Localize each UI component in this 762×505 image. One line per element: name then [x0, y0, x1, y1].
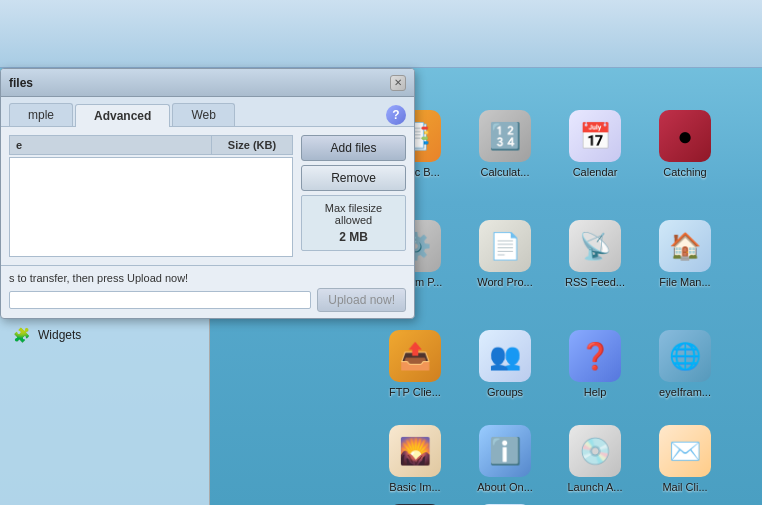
file-list-area: e Size (KB): [9, 135, 293, 257]
dialog-title: files: [9, 76, 33, 90]
desktop-icon-abouton[interactable]: ℹ️About On...: [460, 420, 550, 499]
icon-label: Launch A...: [567, 481, 622, 494]
desktop-icon-ftpclie[interactable]: 📤FTP Clie...: [370, 310, 460, 420]
desktop-icon-wordpro[interactable]: 📄Word Pro...: [460, 200, 550, 310]
dialog-body: e Size (KB) Add files Remove Max filesiz…: [1, 127, 414, 265]
icon-label: Calendar: [573, 166, 618, 179]
desktop-icons-grid: 📑Public B...🔢Calculat...📅Calendar●Catchi…: [360, 80, 762, 505]
icon-label: About On...: [477, 481, 533, 494]
desktop-icon-launcha[interactable]: 💿Launch A...: [550, 420, 640, 499]
remove-button[interactable]: Remove: [301, 165, 406, 191]
icon-label: Mail Cli...: [662, 481, 707, 494]
icon-image: ❓: [569, 330, 621, 382]
icon-label: Calculat...: [481, 166, 530, 179]
icon-image: 🌐: [659, 330, 711, 382]
desktop-icon-catching[interactable]: ●Catching: [640, 90, 730, 200]
dialog-close-button[interactable]: ✕: [390, 75, 406, 91]
file-list-header: e Size (KB): [9, 135, 293, 155]
sidebar-label: Widgets: [38, 328, 81, 342]
sidebar-item-widgets[interactable]: 🧩Widgets: [0, 318, 209, 352]
icon-label: RSS Feed...: [565, 276, 625, 289]
topbar: [0, 0, 762, 68]
icon-label: Basic Im...: [389, 481, 440, 494]
icon-image: 👥: [479, 330, 531, 382]
upload-dialog: files ✕ mple Advanced Web ? e Size (KB) …: [0, 68, 415, 319]
desktop-icon-help[interactable]: ❓Help: [550, 310, 640, 420]
desktop-icon-calendar[interactable]: 📅Calendar: [550, 90, 640, 200]
icon-label: Word Pro...: [477, 276, 532, 289]
desktop-icon-rssfeed[interactable]: 📡RSS Feed...: [550, 200, 640, 310]
col-name: e: [10, 136, 212, 154]
icon-image: ✉️: [659, 425, 711, 477]
icon-label: Groups: [487, 386, 523, 399]
icon-image: ℹ️: [479, 425, 531, 477]
desktop-icon-mediapl[interactable]: 🎵Media Pl...: [370, 499, 460, 505]
status-text: s to transfer, then press Upload now!: [9, 272, 406, 284]
desktop-icon-fileman[interactable]: 🏠File Man...: [640, 200, 730, 310]
max-size-box: Max filesize allowed 2 MB: [301, 195, 406, 251]
dialog-titlebar: files ✕: [1, 69, 414, 97]
icon-image: 🏠: [659, 220, 711, 272]
tab-web[interactable]: Web: [172, 103, 234, 126]
help-button[interactable]: ?: [386, 105, 406, 125]
icon-label: File Man...: [659, 276, 710, 289]
desktop-icon-eyeifram[interactable]: 🌐eyeIfram...: [640, 310, 730, 420]
desktop-icon-groups[interactable]: 👥Groups: [460, 310, 550, 420]
tab-advanced[interactable]: Advanced: [75, 104, 170, 127]
tab-simple[interactable]: mple: [9, 103, 73, 126]
icon-label: FTP Clie...: [389, 386, 441, 399]
desktop-icon-mailcli[interactable]: ✉️Mail Cli...: [640, 420, 730, 499]
upload-bar-row: Upload now!: [9, 288, 406, 312]
icon-image: 📄: [479, 220, 531, 272]
desktop-icon-interna[interactable]: 🌍Interna...: [460, 499, 550, 505]
file-list-body[interactable]: [9, 157, 293, 257]
buttons-column: Add files Remove Max filesize allowed 2 …: [301, 135, 406, 257]
sidebar-icon: 🧩: [12, 326, 30, 344]
icon-image: 🌄: [389, 425, 441, 477]
icon-image: ●: [659, 110, 711, 162]
max-size-label: Max filesize allowed: [308, 202, 399, 226]
icon-label: eyeIfram...: [659, 386, 711, 399]
icon-label: Catching: [663, 166, 706, 179]
max-size-value: 2 MB: [308, 230, 399, 244]
icon-image: 🔢: [479, 110, 531, 162]
desktop-icon-calculat[interactable]: 🔢Calculat...: [460, 90, 550, 200]
icon-image: 📡: [569, 220, 621, 272]
icon-image: 💿: [569, 425, 621, 477]
icon-label: Help: [584, 386, 607, 399]
col-size: Size (KB): [212, 136, 292, 154]
icon-image: 📅: [569, 110, 621, 162]
upload-now-button[interactable]: Upload now!: [317, 288, 406, 312]
desktop-icon-basicim[interactable]: 🌄Basic Im...: [370, 420, 460, 499]
dialog-footer: s to transfer, then press Upload now! Up…: [1, 265, 414, 318]
add-files-button[interactable]: Add files: [301, 135, 406, 161]
progress-bar: [9, 291, 311, 309]
icon-image: 📤: [389, 330, 441, 382]
